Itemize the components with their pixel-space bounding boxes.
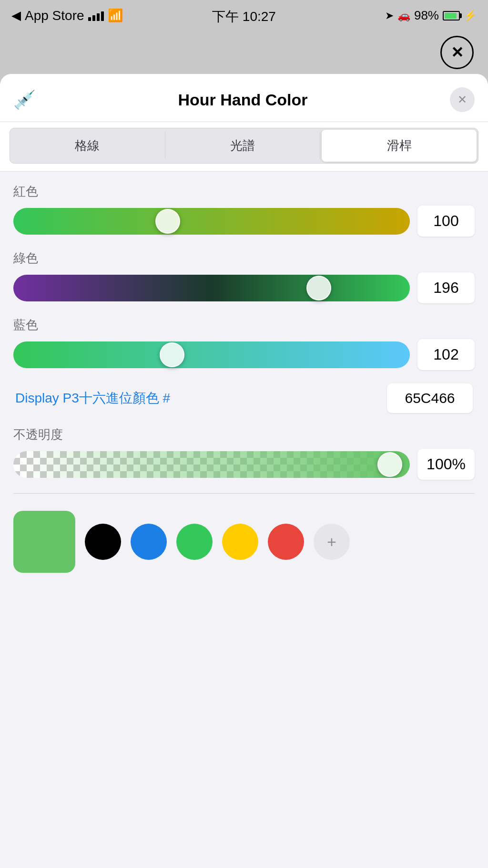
red-value-box[interactable]: 100 <box>417 206 475 237</box>
green-value-box[interactable]: 196 <box>417 272 475 303</box>
preset-red[interactable] <box>268 524 304 560</box>
green-slider-track <box>13 275 410 301</box>
preset-blue[interactable] <box>131 524 167 560</box>
signal-bar-1 <box>88 17 91 21</box>
red-slider-section: 紅色 100 <box>13 183 475 237</box>
section-divider <box>13 493 475 494</box>
opacity-section: 不透明度 100% <box>13 426 475 480</box>
time-display: 下午 10:27 <box>212 8 276 26</box>
opacity-row: 100% <box>13 449 475 480</box>
tabs-container: 格線 光譜 滑桿 <box>0 122 488 172</box>
selected-color-preview <box>13 511 75 573</box>
carrier-label: App Store <box>25 8 84 23</box>
carplay-icon: 🚗 <box>397 10 410 22</box>
red-slider-row: 100 <box>13 206 475 237</box>
battery-percentage: 98% <box>414 8 439 23</box>
modal-content: 紅色 100 綠色 196 <box>0 172 488 596</box>
tab-grid[interactable]: 格線 <box>10 128 165 163</box>
green-slider-thumb[interactable] <box>306 276 331 300</box>
blue-slider-row: 102 <box>13 339 475 370</box>
color-picker-modal: 💉 Hour Hand Color ✕ 格線 光譜 滑桿 紅色 100 <box>0 74 488 868</box>
eyedropper-icon: 💉 <box>13 89 36 110</box>
green-slider-section: 綠色 196 <box>13 250 475 303</box>
signal-bars <box>88 10 104 21</box>
blue-slider-track-wrap[interactable] <box>13 341 410 368</box>
add-preset-button[interactable]: + <box>314 524 350 560</box>
charging-icon: ⚡ <box>464 10 477 22</box>
tab-divider-2 <box>320 132 320 159</box>
hex-section: Display P3十六進位顏色 # 65C466 <box>13 383 475 413</box>
red-slider-thumb[interactable] <box>155 209 180 234</box>
green-slider-track-wrap[interactable] <box>13 275 410 301</box>
opacity-overlay <box>13 451 410 478</box>
modal-header: 💉 Hour Hand Color ✕ <box>0 74 488 122</box>
blue-slider-thumb[interactable] <box>160 342 184 367</box>
opacity-thumb[interactable] <box>377 452 402 477</box>
preset-green[interactable] <box>176 524 213 560</box>
blue-slider-section: 藍色 102 <box>13 317 475 370</box>
hex-label: Display P3十六進位顏色 # <box>15 389 170 407</box>
presets-row: + <box>13 505 475 584</box>
blue-label: 藍色 <box>13 317 475 333</box>
signal-bar-3 <box>97 13 100 21</box>
opacity-label: 不透明度 <box>13 426 475 443</box>
blue-value-box[interactable]: 102 <box>417 339 475 370</box>
modal-title: Hour Hand Color <box>178 91 308 109</box>
status-left: ◀ App Store 📶 <box>11 8 123 23</box>
signal-bar-2 <box>92 15 95 21</box>
opacity-track-wrap[interactable] <box>13 451 410 478</box>
modal-close-button[interactable]: ✕ <box>450 87 475 112</box>
outside-close-button[interactable]: ✕ <box>440 36 474 69</box>
back-arrow[interactable]: ◀ <box>11 8 21 23</box>
tab-spectrum[interactable]: 光譜 <box>165 128 320 163</box>
green-label: 綠色 <box>13 250 475 267</box>
red-slider-track-wrap[interactable] <box>13 208 410 235</box>
preset-yellow[interactable] <box>222 524 258 560</box>
battery-icon <box>443 11 460 21</box>
blue-slider-track <box>13 341 410 368</box>
wifi-icon: 📶 <box>108 8 123 23</box>
opacity-value-box[interactable]: 100% <box>417 449 475 480</box>
hex-value-box[interactable]: 65C466 <box>387 383 473 413</box>
status-bar: ◀ App Store 📶 下午 10:27 ➤ 🚗 98% ⚡ <box>0 0 488 31</box>
status-right: ➤ 🚗 98% ⚡ <box>385 8 477 23</box>
red-slider-track <box>13 208 410 235</box>
signal-bar-4 <box>101 11 104 21</box>
tabs: 格線 光譜 滑桿 <box>10 128 478 164</box>
red-label: 紅色 <box>13 183 475 200</box>
tab-sliders[interactable]: 滑桿 <box>322 130 477 162</box>
battery-fill <box>445 13 457 19</box>
preset-black[interactable] <box>85 524 121 560</box>
green-slider-row: 196 <box>13 272 475 303</box>
location-icon: ➤ <box>385 10 394 22</box>
